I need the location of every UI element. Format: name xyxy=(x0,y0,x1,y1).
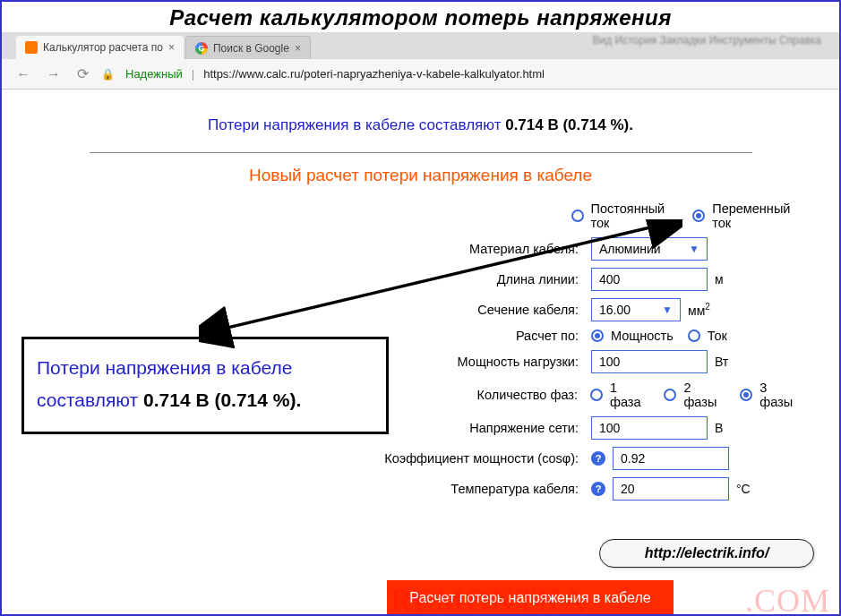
pf-label: Коэффициент мощности (cosφ): xyxy=(360,451,584,466)
radio-2phase[interactable] xyxy=(664,389,676,401)
callout-value: 0.714 В (0.714 %). xyxy=(143,389,301,410)
calcby-current: Ток xyxy=(708,329,727,343)
dc-label: Постоянный ток xyxy=(591,201,679,230)
chevron-down-icon: ▼ xyxy=(662,304,673,316)
phase2-label: 2 фазы xyxy=(683,381,727,409)
row-material: Материал кабеля: Алюминий ▼ xyxy=(360,237,803,261)
section-value: 16.00 xyxy=(599,303,631,317)
help-icon[interactable]: ? xyxy=(591,482,605,496)
back-button[interactable]: ← xyxy=(13,66,34,82)
reload-button[interactable]: ⟳ xyxy=(73,65,92,82)
row-temp: Температура кабеля: ? 20 °C xyxy=(360,477,803,500)
radio-1phase[interactable] xyxy=(590,389,603,401)
separator xyxy=(90,152,752,153)
section-heading: Новый расчет потери напряжения в кабеле xyxy=(20,166,821,185)
length-input[interactable]: 400 xyxy=(591,268,708,291)
close-icon[interactable]: × xyxy=(295,42,301,55)
row-pf: Коэффициент мощности (cosφ): ? 0.92 xyxy=(360,447,803,470)
favicon-google-icon: G xyxy=(195,42,208,55)
overlay-title: Расчет калькулятором потерь напряжения xyxy=(2,2,839,32)
tab-calculator[interactable]: Калькулятор расчета по × xyxy=(16,36,184,59)
result-value: 0.714 В (0.714 %). xyxy=(505,116,633,133)
result-prefix: Потери напряжения в кабеле составляют xyxy=(208,116,505,133)
watermark-pill: http://electrik.info/ xyxy=(599,539,814,568)
tab-google[interactable]: G Поиск в Google × xyxy=(185,36,311,59)
browser-menu-blurred: Вид История Закладки Инструменты Справка xyxy=(593,34,821,47)
radio-power[interactable] xyxy=(591,329,604,342)
section-unit: мм2 xyxy=(688,302,710,318)
load-label: Мощность нагрузки: xyxy=(360,355,584,369)
callout-box: Потери напряжения в кабеле составляют 0.… xyxy=(21,337,389,434)
favicon-calc-icon xyxy=(25,41,38,54)
row-voltage: Напряжение сети: 100 В xyxy=(360,416,803,440)
help-icon[interactable]: ? xyxy=(591,451,605,466)
url-separator: | xyxy=(192,67,194,81)
voltage-unit: В xyxy=(715,421,723,435)
result-summary: Потери напряжения в кабеле составляют 0.… xyxy=(20,116,821,134)
length-label: Длина линии: xyxy=(360,272,584,287)
tab-label: Поиск в Google xyxy=(213,42,289,55)
length-unit: м xyxy=(715,272,724,287)
row-load: Мощность нагрузки: 100 Вт xyxy=(360,350,803,373)
radio-dc[interactable] xyxy=(571,210,584,222)
ac-label: Переменный ток xyxy=(712,201,803,230)
phases-label: Количество фаз: xyxy=(360,388,583,402)
material-select[interactable]: Алюминий ▼ xyxy=(591,237,708,261)
phase1-label: 1 фаза xyxy=(610,381,651,409)
calcby-power: Мощность xyxy=(611,329,674,343)
phase3-label: 3 фазы xyxy=(759,381,803,409)
tab-label: Калькулятор расчета по xyxy=(43,41,163,54)
row-length: Длина линии: 400 м xyxy=(360,268,803,291)
address-bar: ← → ⟳ 🔒 Надежный | https://www.calc.ru/p… xyxy=(2,59,839,90)
calc-form: Постоянный ток Переменный ток Материал к… xyxy=(360,201,803,500)
radio-current[interactable] xyxy=(688,329,700,342)
temp-input[interactable]: 20 xyxy=(613,477,729,500)
section-select[interactable]: 16.00 ▼ xyxy=(591,298,681,321)
row-phases: Количество фаз: 1 фаза 2 фазы 3 фазы xyxy=(360,381,803,409)
row-calc-by: Расчет по: Мощность Ток xyxy=(360,329,803,343)
calcby-label: Расчет по: xyxy=(360,329,584,343)
secure-label: Надежный xyxy=(125,67,183,81)
load-unit: Вт xyxy=(715,355,728,369)
row-current-type: Постоянный ток Переменный ток xyxy=(360,201,803,230)
load-input[interactable]: 100 xyxy=(591,350,708,373)
voltage-label: Напряжение сети: xyxy=(360,421,584,435)
material-label: Материал кабеля: xyxy=(360,242,584,256)
row-section: Сечение кабеля: 16.00 ▼ мм2 xyxy=(360,298,803,321)
material-value: Алюминий xyxy=(599,242,661,256)
temp-unit: °C xyxy=(736,482,751,496)
page-url[interactable]: https://www.calc.ru/poteri-napryazheniya… xyxy=(203,67,545,81)
close-icon[interactable]: × xyxy=(168,41,175,54)
page-content: Потери напряжения в кабеле составляют 0.… xyxy=(2,90,839,616)
submit-button[interactable]: Расчет потерь напряжения в кабеле xyxy=(387,580,674,616)
temp-label: Температура кабеля: xyxy=(360,482,584,496)
pf-input[interactable]: 0.92 xyxy=(613,447,729,470)
forward-button[interactable]: → xyxy=(43,66,64,82)
radio-ac[interactable] xyxy=(692,210,705,222)
voltage-input[interactable]: 100 xyxy=(591,416,708,440)
lock-icon: 🔒 xyxy=(101,68,115,81)
tab-strip: Калькулятор расчета по × G Поиск в Googl… xyxy=(2,32,839,59)
chevron-down-icon: ▼ xyxy=(689,243,699,255)
radio-3phase[interactable] xyxy=(740,389,752,401)
section-label: Сечение кабеля: xyxy=(360,303,584,317)
watermark-com: .COM xyxy=(745,582,830,616)
